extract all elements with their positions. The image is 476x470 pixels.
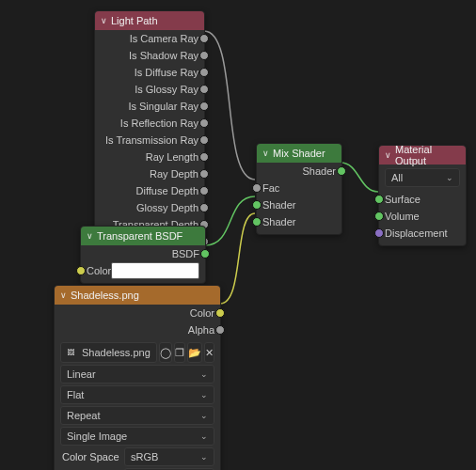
socket-in[interactable]	[76, 266, 86, 275]
folder-icon: 📂	[188, 347, 201, 359]
socket-out[interactable]	[200, 249, 210, 258]
output-ray-length[interactable]: Ray Length	[95, 149, 204, 165]
socket-out[interactable]	[199, 169, 209, 179]
socket-out[interactable]	[199, 186, 209, 196]
socket-out[interactable]	[199, 34, 209, 43]
node-title: Material Output	[395, 144, 460, 166]
image-datablock-bar: 🖼 Shadeless.png ◯ ❐ 📂 ✕	[60, 342, 214, 363]
source-dropdown[interactable]: Single Image⌄	[60, 427, 214, 446]
socket-out[interactable]	[199, 203, 209, 212]
open-image-button[interactable]: 📂	[187, 342, 202, 363]
socket-in[interactable]	[252, 200, 262, 210]
close-icon: ✕	[205, 347, 214, 359]
color-swatch[interactable]	[111, 262, 199, 279]
node-title: Mix Shader	[273, 148, 325, 159]
output-color[interactable]: Color	[55, 305, 220, 321]
output-is-reflection-ray[interactable]: Is Reflection Ray	[95, 115, 204, 132]
socket-in[interactable]	[374, 212, 384, 221]
socket-in[interactable]	[252, 217, 262, 227]
socket-out[interactable]	[199, 102, 209, 111]
socket-out[interactable]	[215, 308, 225, 318]
output-shader[interactable]: Shader	[257, 163, 341, 180]
new-image-button[interactable]: ❐	[174, 342, 185, 363]
output-is-transmission-ray[interactable]: Is Transmission Ray	[95, 132, 204, 149]
input-color[interactable]: Color	[81, 262, 205, 279]
shield-icon: ◯	[160, 347, 171, 359]
target-dropdown[interactable]: All ⌄	[385, 168, 460, 187]
socket-out[interactable]	[199, 51, 209, 60]
socket-in[interactable]	[374, 228, 384, 238]
interpolation-dropdown[interactable]: Linear⌄	[60, 365, 214, 384]
image-icon: 🖼	[67, 349, 74, 357]
node-light-path[interactable]: ∨ Light Path Is Camera Ray Is Shadow Ray…	[94, 10, 205, 255]
chevron-down-icon: ⌄	[200, 411, 208, 420]
socket-out[interactable]	[215, 325, 225, 335]
output-glossy-depth[interactable]: Glossy Depth	[95, 199, 204, 216]
chevron-down-icon: ∨	[262, 149, 269, 158]
fake-user-button[interactable]: ◯	[159, 342, 172, 363]
output-is-shadow-ray[interactable]: Is Shadow Ray	[95, 47, 204, 64]
input-displacement[interactable]: Displacement	[379, 225, 466, 242]
output-is-singular-ray[interactable]: Is Singular Ray	[95, 98, 204, 115]
input-shader-1[interactable]: Shader	[257, 196, 341, 213]
chevron-down-icon: ⌄	[446, 173, 453, 182]
chevron-down-icon: ⌄	[200, 369, 208, 379]
node-editor-canvas[interactable]: ∨ Light Path Is Camera Ray Is Shadow Ray…	[0, 0, 476, 470]
node-header-light-path[interactable]: ∨ Light Path	[95, 11, 204, 30]
node-header-mix-shader[interactable]: ∨ Mix Shader	[257, 144, 341, 163]
node-header-material-output[interactable]: ∨ Material Output	[379, 146, 466, 164]
input-surface[interactable]: Surface	[379, 191, 466, 208]
projection-dropdown[interactable]: Flat⌄	[60, 385, 214, 404]
chevron-down-icon: ⌄	[200, 390, 208, 400]
node-transparent-bsdf[interactable]: ∨ Transparent BSDF BSDF Color	[80, 226, 206, 284]
input-volume[interactable]: Volume	[379, 208, 466, 225]
chevron-down-icon: ⌄	[200, 431, 208, 441]
node-image-texture[interactable]: ∨ Shadeless.png Color Alpha 🖼 Shadeless.…	[54, 285, 221, 470]
extension-dropdown[interactable]: Repeat⌄	[60, 406, 214, 425]
socket-in[interactable]	[374, 195, 384, 204]
copy-icon: ❐	[175, 347, 184, 359]
input-shader-2[interactable]: Shader	[257, 213, 341, 230]
output-bsdf[interactable]: BSDF	[81, 245, 205, 262]
output-ray-depth[interactable]: Ray Depth	[95, 165, 204, 182]
node-header-image-texture[interactable]: ∨ Shadeless.png	[55, 286, 220, 305]
node-header-transparent-bsdf[interactable]: ∨ Transparent BSDF	[81, 227, 205, 245]
chevron-down-icon: ⌄	[200, 452, 208, 462]
socket-out[interactable]	[199, 152, 209, 162]
color-space-dropdown[interactable]: sRGB⌄	[124, 447, 214, 466]
socket-out[interactable]	[199, 135, 209, 145]
output-diffuse-depth[interactable]: Diffuse Depth	[95, 182, 204, 199]
node-title: Light Path	[111, 15, 158, 26]
chevron-down-icon: ∨	[87, 231, 93, 241]
socket-in[interactable]	[252, 183, 262, 193]
node-material-output[interactable]: ∨ Material Output All ⌄ Surface Volume D…	[378, 145, 467, 246]
socket-out[interactable]	[199, 85, 209, 94]
node-title: Shadeless.png	[71, 290, 139, 301]
chevron-down-icon: ∨	[385, 150, 391, 160]
socket-out[interactable]	[199, 118, 209, 128]
unlink-image-button[interactable]: ✕	[204, 342, 214, 363]
input-fac[interactable]: Fac	[257, 180, 341, 196]
chevron-down-icon: ∨	[60, 290, 67, 300]
socket-out[interactable]	[337, 166, 346, 176]
output-is-diffuse-ray[interactable]: Is Diffuse Ray	[95, 64, 204, 81]
output-is-glossy-ray[interactable]: Is Glossy Ray	[95, 81, 204, 98]
color-space-label: Color Space	[60, 447, 120, 466]
image-datablock-select[interactable]: 🖼 Shadeless.png	[60, 342, 157, 363]
output-is-camera-ray[interactable]: Is Camera Ray	[95, 30, 204, 47]
node-mix-shader[interactable]: ∨ Mix Shader Shader Fac Shader Shader	[256, 143, 342, 235]
socket-out[interactable]	[199, 68, 209, 77]
node-title: Transparent BSDF	[97, 230, 182, 242]
output-alpha[interactable]: Alpha	[55, 321, 220, 338]
chevron-down-icon: ∨	[101, 16, 107, 25]
